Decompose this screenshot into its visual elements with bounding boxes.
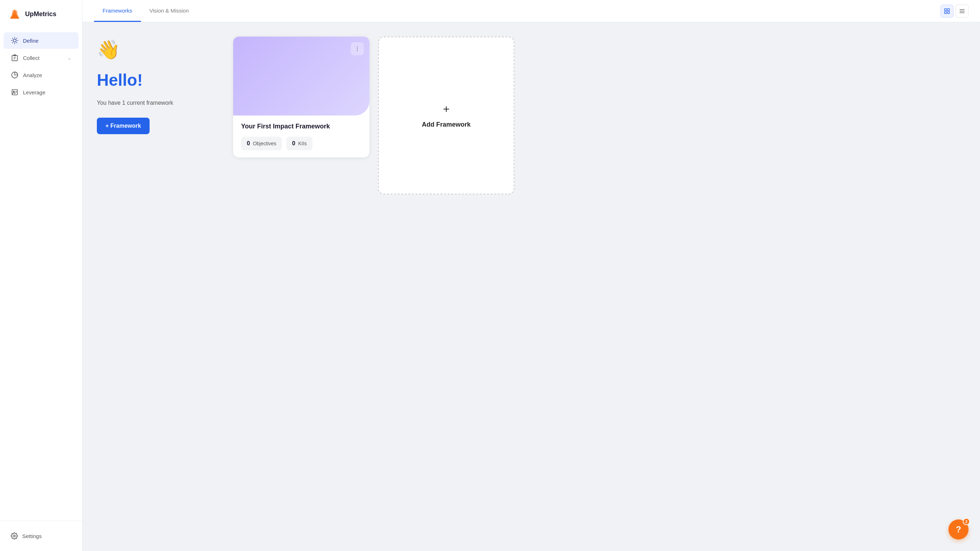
sidebar-item-define-label: Define xyxy=(23,38,38,44)
grid-view-button[interactable] xyxy=(940,5,953,18)
sidebar-item-leverage[interactable]: Leverage xyxy=(3,84,78,100)
top-nav: Frameworks Vision & Mission xyxy=(83,0,980,22)
svg-point-31 xyxy=(357,48,358,49)
brand-name: UpMetrics xyxy=(25,10,56,18)
svg-rect-25 xyxy=(945,11,946,13)
add-framework-card[interactable]: + Add Framework xyxy=(378,37,514,194)
clipboard-icon xyxy=(11,54,19,62)
svg-rect-26 xyxy=(948,11,950,13)
help-button[interactable]: 2 ? xyxy=(948,519,969,540)
list-view-button[interactable] xyxy=(956,5,969,18)
logo-area[interactable]: UpMetrics xyxy=(0,0,82,28)
sidebar-item-define[interactable]: Define xyxy=(3,32,78,49)
svg-rect-23 xyxy=(945,9,946,10)
svg-rect-24 xyxy=(948,9,950,10)
svg-point-30 xyxy=(357,47,358,47)
kiis-label: KIIs xyxy=(298,141,307,147)
logo-icon xyxy=(7,6,22,22)
circle-chart-icon xyxy=(11,71,19,79)
view-toggles xyxy=(940,5,969,18)
framework-cards: Your First Impact Framework 0 Objectives… xyxy=(233,37,966,194)
main-area: Frameworks Vision & Mission xyxy=(83,0,980,551)
kiis-stat: 0 KIIs xyxy=(286,137,312,150)
svg-point-19 xyxy=(13,91,14,92)
list-icon xyxy=(959,8,965,14)
svg-point-32 xyxy=(357,50,358,51)
sidebar-item-collect[interactable]: Collect ⌄ xyxy=(3,49,78,66)
svg-line-6 xyxy=(13,38,13,39)
wave-emoji: 👋 xyxy=(97,40,219,59)
sidebar-item-leverage-label: Leverage xyxy=(23,89,46,96)
sidebar-item-collect-label: Collect xyxy=(23,55,40,61)
question-mark-icon: ? xyxy=(956,524,961,535)
help-badge: 2 xyxy=(963,518,970,525)
nav-menu: Define Collect ⌄ xyxy=(0,28,82,521)
svg-point-22 xyxy=(14,535,16,537)
card-body: Your First Impact Framework 0 Objectives… xyxy=(233,116,369,158)
three-dots-icon xyxy=(354,46,361,52)
settings-item[interactable]: Settings xyxy=(3,528,78,544)
sidebar-footer: Settings xyxy=(0,521,82,551)
kiis-count: 0 xyxy=(292,140,295,147)
tab-bar: Frameworks Vision & Mission xyxy=(94,0,197,22)
add-framework-button[interactable]: + Framework xyxy=(97,118,150,134)
grid-icon xyxy=(944,8,950,14)
objectives-count: 0 xyxy=(247,140,250,147)
sidebar-item-analyze-label: Analyze xyxy=(23,72,42,78)
card-stats: 0 Objectives 0 KIIs xyxy=(241,137,361,150)
svg-line-10 xyxy=(13,42,13,43)
welcome-panel: 👋 Hello! You have 1 current framework + … xyxy=(97,37,219,134)
add-card-label: Add Framework xyxy=(422,121,471,128)
objectives-stat: 0 Objectives xyxy=(241,137,282,150)
card-menu-button[interactable] xyxy=(351,42,364,55)
person-icon xyxy=(11,88,19,96)
greeting-heading: Hello! xyxy=(97,70,219,90)
gear-icon xyxy=(11,532,18,540)
tab-vision-mission[interactable]: Vision & Mission xyxy=(141,0,198,22)
sidebar: UpMetrics Define xyxy=(0,0,83,551)
sidebar-item-analyze[interactable]: Analyze xyxy=(3,67,78,83)
lightbulb-icon xyxy=(11,37,19,45)
svg-point-3 xyxy=(13,39,16,42)
svg-line-11 xyxy=(16,38,17,39)
framework-count-text: You have 1 current framework xyxy=(97,100,219,106)
add-card-plus-icon: + xyxy=(443,103,450,116)
svg-line-7 xyxy=(16,42,17,43)
framework-card: Your First Impact Framework 0 Objectives… xyxy=(233,37,369,158)
card-header xyxy=(233,37,369,116)
tab-frameworks[interactable]: Frameworks xyxy=(94,0,141,22)
settings-label: Settings xyxy=(22,533,41,539)
chevron-down-icon: ⌄ xyxy=(67,55,72,61)
objectives-label: Objectives xyxy=(253,141,276,147)
framework-title: Your First Impact Framework xyxy=(241,123,361,130)
content-area: 👋 Hello! You have 1 current framework + … xyxy=(83,22,980,551)
